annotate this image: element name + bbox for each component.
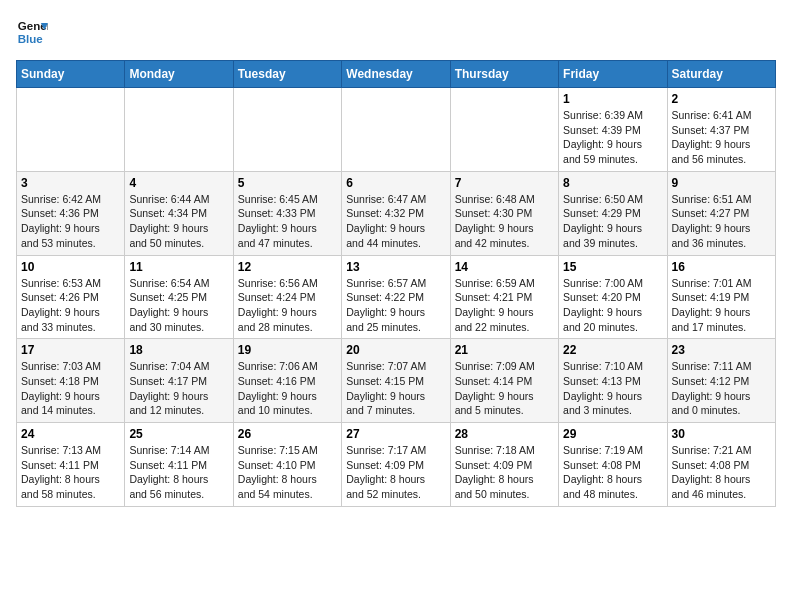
day-info: Sunrise: 7:15 AM Sunset: 4:10 PM Dayligh… (238, 443, 337, 502)
calendar-cell: 11Sunrise: 6:54 AM Sunset: 4:25 PM Dayli… (125, 255, 233, 339)
day-number: 16 (672, 260, 771, 274)
day-number: 6 (346, 176, 445, 190)
day-info: Sunrise: 7:19 AM Sunset: 4:08 PM Dayligh… (563, 443, 662, 502)
day-info: Sunrise: 7:00 AM Sunset: 4:20 PM Dayligh… (563, 276, 662, 335)
calendar-week-5: 24Sunrise: 7:13 AM Sunset: 4:11 PM Dayli… (17, 423, 776, 507)
day-info: Sunrise: 7:10 AM Sunset: 4:13 PM Dayligh… (563, 359, 662, 418)
calendar-cell: 25Sunrise: 7:14 AM Sunset: 4:11 PM Dayli… (125, 423, 233, 507)
day-info: Sunrise: 6:56 AM Sunset: 4:24 PM Dayligh… (238, 276, 337, 335)
day-info: Sunrise: 7:09 AM Sunset: 4:14 PM Dayligh… (455, 359, 554, 418)
calendar-cell: 5Sunrise: 6:45 AM Sunset: 4:33 PM Daylig… (233, 171, 341, 255)
weekday-header-thursday: Thursday (450, 61, 558, 88)
day-number: 20 (346, 343, 445, 357)
calendar-cell: 4Sunrise: 6:44 AM Sunset: 4:34 PM Daylig… (125, 171, 233, 255)
calendar-cell: 20Sunrise: 7:07 AM Sunset: 4:15 PM Dayli… (342, 339, 450, 423)
calendar-cell: 21Sunrise: 7:09 AM Sunset: 4:14 PM Dayli… (450, 339, 558, 423)
day-number: 12 (238, 260, 337, 274)
day-info: Sunrise: 6:50 AM Sunset: 4:29 PM Dayligh… (563, 192, 662, 251)
day-number: 15 (563, 260, 662, 274)
day-info: Sunrise: 7:13 AM Sunset: 4:11 PM Dayligh… (21, 443, 120, 502)
day-number: 7 (455, 176, 554, 190)
day-info: Sunrise: 6:45 AM Sunset: 4:33 PM Dayligh… (238, 192, 337, 251)
day-number: 11 (129, 260, 228, 274)
calendar-cell: 22Sunrise: 7:10 AM Sunset: 4:13 PM Dayli… (559, 339, 667, 423)
weekday-header-wednesday: Wednesday (342, 61, 450, 88)
day-info: Sunrise: 7:14 AM Sunset: 4:11 PM Dayligh… (129, 443, 228, 502)
day-number: 19 (238, 343, 337, 357)
day-info: Sunrise: 6:54 AM Sunset: 4:25 PM Dayligh… (129, 276, 228, 335)
calendar-week-2: 3Sunrise: 6:42 AM Sunset: 4:36 PM Daylig… (17, 171, 776, 255)
calendar-cell: 24Sunrise: 7:13 AM Sunset: 4:11 PM Dayli… (17, 423, 125, 507)
day-number: 5 (238, 176, 337, 190)
logo: General Blue (16, 16, 48, 48)
day-number: 26 (238, 427, 337, 441)
calendar-cell: 10Sunrise: 6:53 AM Sunset: 4:26 PM Dayli… (17, 255, 125, 339)
day-info: Sunrise: 6:48 AM Sunset: 4:30 PM Dayligh… (455, 192, 554, 251)
day-number: 23 (672, 343, 771, 357)
day-info: Sunrise: 7:21 AM Sunset: 4:08 PM Dayligh… (672, 443, 771, 502)
calendar-cell (17, 88, 125, 172)
day-number: 30 (672, 427, 771, 441)
calendar-cell: 9Sunrise: 6:51 AM Sunset: 4:27 PM Daylig… (667, 171, 775, 255)
day-number: 10 (21, 260, 120, 274)
weekday-header-friday: Friday (559, 61, 667, 88)
day-number: 17 (21, 343, 120, 357)
weekday-header-tuesday: Tuesday (233, 61, 341, 88)
weekday-header-monday: Monday (125, 61, 233, 88)
calendar-cell: 1Sunrise: 6:39 AM Sunset: 4:39 PM Daylig… (559, 88, 667, 172)
calendar-cell: 14Sunrise: 6:59 AM Sunset: 4:21 PM Dayli… (450, 255, 558, 339)
day-number: 4 (129, 176, 228, 190)
day-info: Sunrise: 7:18 AM Sunset: 4:09 PM Dayligh… (455, 443, 554, 502)
day-info: Sunrise: 7:07 AM Sunset: 4:15 PM Dayligh… (346, 359, 445, 418)
day-info: Sunrise: 6:51 AM Sunset: 4:27 PM Dayligh… (672, 192, 771, 251)
calendar-cell: 15Sunrise: 7:00 AM Sunset: 4:20 PM Dayli… (559, 255, 667, 339)
calendar-cell (125, 88, 233, 172)
calendar-cell: 3Sunrise: 6:42 AM Sunset: 4:36 PM Daylig… (17, 171, 125, 255)
calendar-cell (450, 88, 558, 172)
day-info: Sunrise: 6:42 AM Sunset: 4:36 PM Dayligh… (21, 192, 120, 251)
day-info: Sunrise: 6:59 AM Sunset: 4:21 PM Dayligh… (455, 276, 554, 335)
day-info: Sunrise: 6:57 AM Sunset: 4:22 PM Dayligh… (346, 276, 445, 335)
calendar-cell: 13Sunrise: 6:57 AM Sunset: 4:22 PM Dayli… (342, 255, 450, 339)
weekday-header-sunday: Sunday (17, 61, 125, 88)
day-number: 24 (21, 427, 120, 441)
calendar-cell: 17Sunrise: 7:03 AM Sunset: 4:18 PM Dayli… (17, 339, 125, 423)
calendar-table: SundayMondayTuesdayWednesdayThursdayFrid… (16, 60, 776, 507)
day-info: Sunrise: 7:06 AM Sunset: 4:16 PM Dayligh… (238, 359, 337, 418)
day-number: 3 (21, 176, 120, 190)
weekday-header-saturday: Saturday (667, 61, 775, 88)
day-info: Sunrise: 6:39 AM Sunset: 4:39 PM Dayligh… (563, 108, 662, 167)
calendar-cell: 27Sunrise: 7:17 AM Sunset: 4:09 PM Dayli… (342, 423, 450, 507)
day-number: 2 (672, 92, 771, 106)
calendar-week-1: 1Sunrise: 6:39 AM Sunset: 4:39 PM Daylig… (17, 88, 776, 172)
day-number: 22 (563, 343, 662, 357)
day-number: 28 (455, 427, 554, 441)
calendar-cell: 19Sunrise: 7:06 AM Sunset: 4:16 PM Dayli… (233, 339, 341, 423)
day-number: 8 (563, 176, 662, 190)
logo-icon: General Blue (16, 16, 48, 48)
calendar-header-row: SundayMondayTuesdayWednesdayThursdayFrid… (17, 61, 776, 88)
day-number: 25 (129, 427, 228, 441)
day-number: 21 (455, 343, 554, 357)
day-info: Sunrise: 6:41 AM Sunset: 4:37 PM Dayligh… (672, 108, 771, 167)
calendar-cell: 23Sunrise: 7:11 AM Sunset: 4:12 PM Dayli… (667, 339, 775, 423)
day-info: Sunrise: 7:04 AM Sunset: 4:17 PM Dayligh… (129, 359, 228, 418)
day-info: Sunrise: 7:01 AM Sunset: 4:19 PM Dayligh… (672, 276, 771, 335)
svg-text:Blue: Blue (18, 33, 44, 45)
day-info: Sunrise: 7:11 AM Sunset: 4:12 PM Dayligh… (672, 359, 771, 418)
calendar-cell: 16Sunrise: 7:01 AM Sunset: 4:19 PM Dayli… (667, 255, 775, 339)
day-number: 18 (129, 343, 228, 357)
day-number: 14 (455, 260, 554, 274)
day-number: 9 (672, 176, 771, 190)
day-info: Sunrise: 6:44 AM Sunset: 4:34 PM Dayligh… (129, 192, 228, 251)
day-number: 29 (563, 427, 662, 441)
calendar-week-4: 17Sunrise: 7:03 AM Sunset: 4:18 PM Dayli… (17, 339, 776, 423)
calendar-week-3: 10Sunrise: 6:53 AM Sunset: 4:26 PM Dayli… (17, 255, 776, 339)
day-number: 1 (563, 92, 662, 106)
calendar-cell: 12Sunrise: 6:56 AM Sunset: 4:24 PM Dayli… (233, 255, 341, 339)
day-info: Sunrise: 6:47 AM Sunset: 4:32 PM Dayligh… (346, 192, 445, 251)
calendar-cell (342, 88, 450, 172)
day-number: 13 (346, 260, 445, 274)
calendar-cell: 6Sunrise: 6:47 AM Sunset: 4:32 PM Daylig… (342, 171, 450, 255)
calendar-cell (233, 88, 341, 172)
